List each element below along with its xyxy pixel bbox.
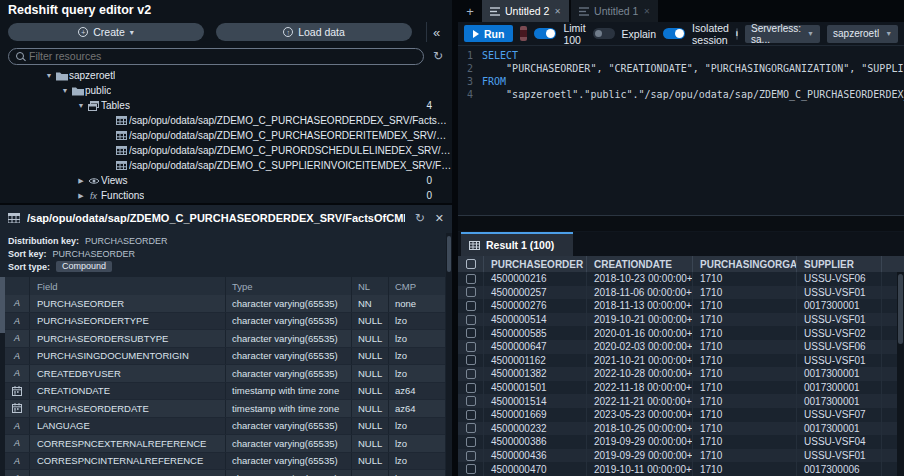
- column-row[interactable]: PURCHASEORDERDATEtimestamp with time zon…: [5, 400, 445, 418]
- load-data-button[interactable]: ↑ Load data: [216, 23, 412, 41]
- sql-editor[interactable]: 1SELECT2 "PURCHASEORDER", "CREATIONDATE"…: [458, 46, 904, 216]
- row-checkbox[interactable]: [466, 383, 476, 393]
- column-row[interactable]: APURCHASEORDERTYPEcharacter varying(6553…: [5, 313, 445, 331]
- sql-line[interactable]: 2 "PURCHASEORDER", "CREATIONDATE", "PURC…: [458, 63, 904, 76]
- chevron-expanded-icon[interactable]: ▼: [44, 72, 54, 79]
- row-checkbox[interactable]: [466, 451, 476, 461]
- info-icon[interactable]: i: [736, 28, 738, 40]
- isolated-session-toggle[interactable]: [663, 28, 685, 39]
- row-checkbox[interactable]: [466, 301, 476, 311]
- result-column-header[interactable]: PURCHASEORDER: [484, 256, 587, 272]
- result-row[interactable]: 45000002762018-11-13 00:00:00+0017100017…: [458, 299, 904, 313]
- close-icon[interactable]: ✕: [435, 212, 444, 225]
- result-cell: 2021-10-21 00:00:00+00: [587, 354, 693, 368]
- tree-item-sapzeroetl[interactable]: ▼sapzeroetl: [0, 68, 452, 83]
- detail-right-scrollbar[interactable]: [446, 233, 452, 476]
- result-column-header[interactable]: CREATIONDATE: [587, 256, 693, 272]
- result-column-header[interactable]: SUPPLIER: [797, 256, 882, 272]
- result-row[interactable]: 45000005852020-01-16 00:00:00+001710USSU…: [458, 326, 904, 340]
- result-row[interactable]: 45000004702019-10-11 00:00:00+0017100017…: [458, 462, 904, 476]
- result-row[interactable]: 45000016692023-05-23 00:00:00+001710USSU…: [458, 408, 904, 422]
- result-row[interactable]: 45000002162018-10-23 00:00:00+001710USSU…: [458, 272, 904, 286]
- tree-item--sap-opu-odata-sap-zdemo-c-pur[interactable]: /sap/opu/odata/sap/ZDEMO_C_PURCHASEORDER…: [0, 113, 452, 128]
- create-button[interactable]: + Create ▾: [8, 23, 204, 41]
- result-row[interactable]: 45000005142019-10-21 00:00:00+001710USSU…: [458, 313, 904, 327]
- result-row[interactable]: 45000011622021-10-21 00:00:00+001710USSU…: [458, 354, 904, 368]
- run-button[interactable]: Run: [464, 25, 513, 42]
- collapse-panel-button[interactable]: «: [426, 22, 446, 42]
- result-row[interactable]: 45000013822022-10-28 00:00:00+0017100017…: [458, 367, 904, 381]
- column-row[interactable]: APURCHASEORDERSUBTYPEcharacter varying(6…: [5, 330, 445, 348]
- sql-line[interactable]: 4 "sapzeroetl"."public"."/sap/opu/odata/…: [458, 89, 904, 102]
- tab-untitled-1[interactable]: Untitled 1 ✕: [571, 0, 658, 22]
- row-checkbox[interactable]: [466, 315, 476, 325]
- result-column-header[interactable]: PURCHASINGORGA...: [693, 256, 797, 272]
- limit-toggle[interactable]: [534, 28, 556, 39]
- refresh-detail-icon[interactable]: ↻: [412, 211, 428, 225]
- close-tab-icon[interactable]: ✕: [554, 7, 561, 16]
- row-checkbox[interactable]: [466, 355, 476, 365]
- sql-token: FROM: [482, 76, 506, 89]
- column-field: CREATEDBYUSER: [30, 368, 225, 379]
- stop-button[interactable]: [520, 26, 527, 41]
- result-row[interactable]: 45000004362019-09-29 00:00:00+001710USSU…: [458, 449, 904, 463]
- refresh-tree-icon[interactable]: ↻: [430, 49, 446, 63]
- column-row[interactable]: APURCHASINGDOCUMENTDELETIONCODEcharacter…: [5, 470, 445, 476]
- result-cell: 2018-11-13 00:00:00+00: [587, 299, 693, 313]
- chevron-expanded-icon[interactable]: ▼: [60, 87, 70, 94]
- explain-toggle[interactable]: [593, 28, 615, 39]
- workgroup-dropdown[interactable]: Serverless: sa... ▼: [745, 25, 820, 43]
- new-tab-button[interactable]: +: [458, 0, 482, 22]
- row-checkbox[interactable]: [466, 437, 476, 447]
- tree-item--sap-opu-odata-sap-zdemo-c-pur[interactable]: /sap/opu/odata/sap/ZDEMO_C_PURORDSCHEDUL…: [0, 143, 452, 158]
- filter-resources-input[interactable]: [29, 50, 416, 62]
- close-tab-icon[interactable]: ✕: [643, 7, 650, 16]
- result-row[interactable]: 45000002572018-11-06 00:00:00+001710USSU…: [458, 286, 904, 300]
- chevron-collapsed-icon[interactable]: ▶: [76, 177, 86, 185]
- result-row[interactable]: 45000002322018-10-25 00:00:00+0017100017…: [458, 422, 904, 436]
- column-field: PURCHASEORDERSUBTYPE: [30, 333, 225, 344]
- column-row[interactable]: ALANGUAGEcharacter varying(65535)NULLlzo: [5, 418, 445, 436]
- sql-line[interactable]: 1SELECT: [458, 50, 904, 63]
- row-checkbox[interactable]: [466, 464, 476, 474]
- database-dropdown[interactable]: sapzeroetl ▼: [827, 25, 898, 43]
- result-row[interactable]: 45000006472020-02-03 00:00:00+001710USSU…: [458, 340, 904, 354]
- column-row[interactable]: APURCHASEORDERcharacter varying(65535)NN…: [5, 295, 445, 313]
- editor-results-divider[interactable]: [458, 216, 904, 231]
- tree-item-views[interactable]: ▶Views0: [0, 173, 452, 188]
- result-cell: 2019-10-11 00:00:00+00: [587, 462, 693, 476]
- result-tab[interactable]: Result 1 (100): [461, 232, 573, 256]
- row-checkbox[interactable]: [466, 342, 476, 352]
- result-row[interactable]: 45000003862019-09-29 00:00:00+001710USSU…: [458, 435, 904, 449]
- row-checkbox[interactable]: [466, 328, 476, 338]
- row-checkbox[interactable]: [466, 396, 476, 406]
- chevron-collapsed-icon[interactable]: ▶: [76, 192, 86, 200]
- tab-untitled-2[interactable]: Untitled 2 ✕: [482, 0, 569, 22]
- column-row[interactable]: CREATIONDATEtimestamp with time zoneNULL…: [5, 383, 445, 401]
- sql-line[interactable]: 3FROM: [458, 76, 904, 89]
- row-checkbox[interactable]: [466, 274, 476, 284]
- tree-item-functions[interactable]: ▶fxFunctions0: [0, 188, 452, 203]
- column-row[interactable]: APURCHASINGDOCUMENTORIGINcharacter varyi…: [5, 348, 445, 366]
- tree-item--sap-opu-odata-sap-zdemo-c-pur[interactable]: /sap/opu/odata/sap/ZDEMO_C_PURCHASEORDER…: [0, 128, 452, 143]
- column-row[interactable]: ACORRESPNCINTERNALREFERENCEcharacter var…: [5, 453, 445, 471]
- column-nullable: NULL: [351, 435, 388, 452]
- tree-item--sap-opu-odata-sap-zdemo-c-sup[interactable]: /sap/opu/odata/sap/ZDEMO_C_SUPPLIERINVOI…: [0, 158, 452, 173]
- tree-item-tables[interactable]: ▼Tables4: [0, 98, 452, 113]
- column-row[interactable]: ACREATEDBYUSERcharacter varying(65535)NU…: [5, 365, 445, 383]
- row-checkbox[interactable]: [466, 369, 476, 379]
- filter-resources-field[interactable]: [8, 48, 424, 65]
- chevron-expanded-icon[interactable]: ▼: [76, 102, 86, 109]
- detail-meta-row: Distribution key:PURCHASEORDER: [8, 234, 444, 247]
- select-all-checkbox-cell: [458, 256, 484, 272]
- column-row[interactable]: ACORRESPNCEXTERNALREFERENCEcharacter var…: [5, 435, 445, 453]
- row-checkbox[interactable]: [466, 423, 476, 433]
- results-scrollbar[interactable]: [897, 272, 904, 476]
- result-row[interactable]: 45000015142022-11-21 00:00:00+0017100017…: [458, 394, 904, 408]
- row-checkbox[interactable]: [466, 410, 476, 420]
- result-cell: 1710: [693, 367, 797, 381]
- select-all-checkbox[interactable]: [466, 259, 476, 269]
- tree-item-public[interactable]: ▼public: [0, 83, 452, 98]
- row-checkbox[interactable]: [466, 287, 476, 297]
- result-row[interactable]: 45000015012022-11-18 00:00:00+0017100017…: [458, 381, 904, 395]
